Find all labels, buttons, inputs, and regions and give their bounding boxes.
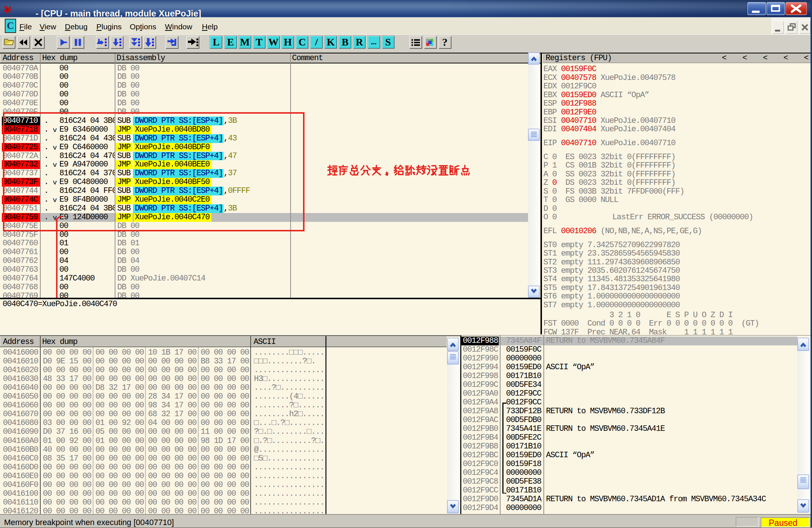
svg-text:?: ? (442, 36, 448, 48)
